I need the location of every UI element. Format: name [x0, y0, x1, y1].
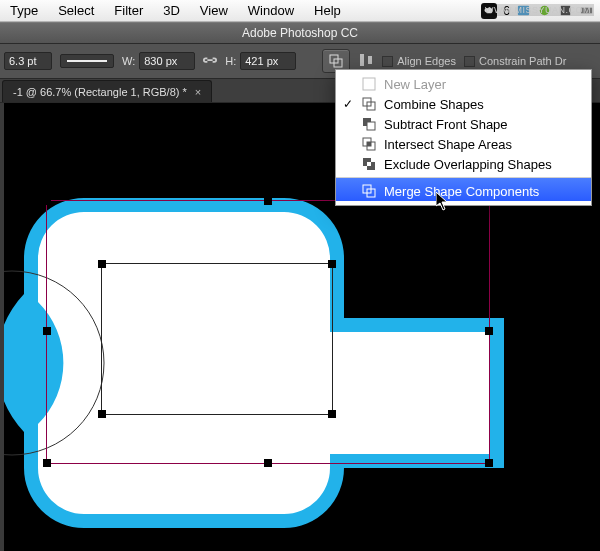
menu-item-label: Exclude Overlapping Shapes: [384, 157, 552, 172]
link-wh-icon[interactable]: [203, 53, 217, 69]
height-input[interactable]: [240, 52, 296, 70]
stroke-width-input[interactable]: [4, 52, 52, 70]
constrain-label: Constrain Path Dr: [479, 55, 566, 67]
menu-item-intersect-shape-areas[interactable]: Intersect Shape Areas: [336, 134, 591, 154]
app-titlebar: Adobe Photoshop CC: [0, 22, 600, 44]
constrain-checkbox[interactable]: Constrain Path Dr: [464, 55, 566, 67]
menu-item-subtract-front-shape[interactable]: Subtract Front Shape: [336, 114, 591, 134]
svg-rect-19: [367, 162, 371, 166]
selection-handle[interactable]: [265, 198, 271, 204]
selection-handle[interactable]: [265, 460, 271, 466]
height-label: H:: [225, 55, 236, 67]
width-input[interactable]: [139, 52, 195, 70]
path-align-button[interactable]: [358, 52, 374, 70]
path-anchor[interactable]: [329, 261, 335, 267]
path-operations-menu: New Layer ✓ Combine Shapes Subtract Fron…: [335, 69, 592, 206]
menu-help[interactable]: Help: [304, 3, 351, 18]
selection-handle[interactable]: [44, 460, 50, 466]
check-icon: ✓: [342, 97, 354, 111]
menu-3d[interactable]: 3D: [153, 3, 190, 18]
svg-rect-6: [360, 54, 364, 66]
menu-item-label: New Layer: [384, 77, 446, 92]
menu-item-label: Combine Shapes: [384, 97, 484, 112]
menu-view[interactable]: View: [190, 3, 238, 18]
document-tab-title: -1 @ 66.7% (Rectangle 1, RGB/8) *: [13, 86, 187, 98]
document-tab[interactable]: -1 @ 66.7% (Rectangle 1, RGB/8) * ×: [2, 80, 212, 102]
svg-rect-7: [368, 56, 372, 64]
menu-item-new-layer: New Layer: [336, 74, 591, 94]
svg-rect-13: [367, 122, 375, 130]
selection-handle[interactable]: [44, 198, 50, 204]
svg-rect-9: [363, 78, 375, 90]
menu-item-label: Intersect Shape Areas: [384, 137, 512, 152]
path-anchor[interactable]: [99, 411, 105, 417]
path-anchor[interactable]: [329, 411, 335, 417]
inner-rect-path: [101, 263, 333, 415]
menu-filter[interactable]: Filter: [104, 3, 153, 18]
stroke-style-dropdown[interactable]: [60, 54, 114, 68]
path-anchor[interactable]: [99, 261, 105, 267]
app-title: Adobe Photoshop CC: [242, 26, 358, 40]
close-tab-icon[interactable]: ×: [195, 86, 201, 98]
align-edges-label: Align Edges: [397, 55, 456, 67]
menu-select[interactable]: Select: [48, 3, 104, 18]
selection-handle[interactable]: [486, 328, 492, 334]
menu-item-label: Merge Shape Components: [384, 184, 539, 199]
menu-window[interactable]: Window: [238, 3, 304, 18]
menu-type[interactable]: Type: [0, 3, 48, 18]
menu-item-label: Subtract Front Shape: [384, 117, 508, 132]
align-edges-checkbox[interactable]: Align Edges: [382, 55, 456, 67]
menu-item-combine-shapes[interactable]: ✓ Combine Shapes: [336, 94, 591, 114]
system-menubar: Type Select Filter 3D View Window Help 6…: [0, 0, 600, 22]
width-label: W:: [122, 55, 135, 67]
svg-rect-16: [367, 142, 371, 146]
selection-handle[interactable]: [486, 460, 492, 466]
selection-handle[interactable]: [44, 328, 50, 334]
watermark: WWW.MISSYUAN.COM: [482, 4, 594, 16]
menu-item-merge-shape-components[interactable]: Merge Shape Components: [336, 177, 591, 201]
menu-item-exclude-overlapping-shapes[interactable]: Exclude Overlapping Shapes: [336, 154, 591, 174]
